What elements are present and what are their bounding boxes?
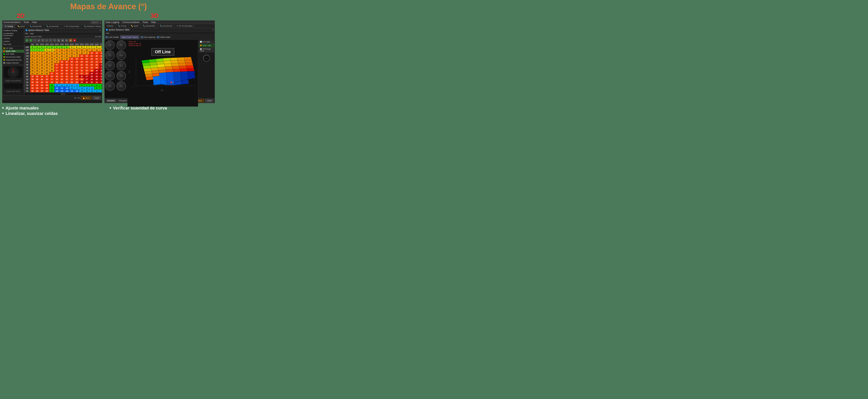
menu-comm-3d[interactable]: Communications [122,21,140,23]
sidebar-item-flex[interactable]: Flex Fuel [2,43,24,46]
menubar-2d: Communications Tools Help Search [2,21,102,24]
panel-2d-footer: ↩ ↪ 🔥 Burn Close [2,95,102,100]
toolbar-btn-r2[interactable]: ▦ [61,39,64,42]
sidebar-item-limiters[interactable]: Limiters [2,40,24,43]
tab-spark-3d[interactable]: ✏️ Spark [128,24,141,28]
follow-mode-label: Follow Mode [160,36,170,38]
tab-bar-3d: Settings 🔧 Tuning ✏️ Spark 🔧 Startup/Idl… [104,24,215,28]
svg-marker-8 [170,58,178,61]
sidebar-rpm-label: Engine Speed(RPM) [2,80,24,82]
help-label[interactable]: Help [105,32,110,34]
toolbar-btn-orange[interactable]: ▣ [69,39,72,42]
view-3d-label[interactable]: 3D View [95,36,101,37]
svg-text:18: 18 [172,82,174,83]
toolbar-btn-r1[interactable]: ▤ [57,39,60,42]
sidebar-item-spark[interactable]: Spark Table [2,50,24,53]
sidebar-item-seqtrim[interactable]: Sequential fuel trim [2,58,24,61]
menu-tools[interactable]: Tools [24,21,29,24]
black-color-theme-btn[interactable]: Black Color Theme [120,35,139,39]
menubar-3d: Data Logging Communications Tools Help [104,21,215,24]
menu-help[interactable]: Help [32,21,37,24]
color-shade-checkbox[interactable]: Color Shade [105,36,119,38]
sidebar-2d: Realtime Display Acceleration Enrichment… [2,28,24,95]
toolbar-btn-r3[interactable]: ▥ [65,39,68,42]
svg-marker-29 [172,66,180,69]
sidebar-item-secondfuel[interactable]: Second fuel Table [2,56,24,58]
close-button-2d[interactable]: Close [92,96,101,99]
tab-accessories[interactable]: 🔧 Accessories [44,24,61,28]
follow-mode-checkbox[interactable]: Follow Mode [157,36,170,38]
menu-communications[interactable]: Communications [3,21,21,24]
menu-tools-3d[interactable]: Tools [143,21,148,23]
afr-target-table-item[interactable]: 📋 AFR Target Table [199,48,214,52]
tab-spark[interactable]: ✏️ Spark [15,24,27,28]
tab-hardware-testing[interactable]: 🔧 Hardware Testing [82,24,103,28]
tab-3d-tuning[interactable]: ✕ 3D Tuning Maps [61,24,82,28]
ve-color-dot [3,48,5,49]
toolbar-btn-minus[interactable]: - [33,39,36,42]
sidebar-item-ve[interactable]: VE Table [2,47,24,50]
svg-marker-22 [171,63,179,66]
bullet-label-linealizar: Linealizar, suavizar celdas [5,111,58,116]
search-input[interactable]: Search [91,21,101,24]
menu-help-3d[interactable]: Help [151,21,156,23]
toolbar-btn-x[interactable]: ✕ [53,39,56,42]
sidebar-item-realtime[interactable]: Realtime Display [2,29,24,32]
svg-marker-17 [185,60,192,63]
spark-color-dot [3,50,5,52]
close-icon[interactable]: ✕ [99,29,101,31]
svg-marker-24 [185,63,193,66]
sidebar-gauge-rpm: 8 [3,66,23,79]
toolbar-btn-red[interactable]: ▣ [73,39,76,42]
redo-icon[interactable]: ↪ [78,96,80,99]
toolbar-btn-green1[interactable]: ● [25,39,29,42]
sidebar-item-staged[interactable]: Staged Injection [2,61,24,64]
sidebar-item-afrtable[interactable]: AFR Table [2,53,24,56]
fuel-table-item[interactable]: 📊 Fuel Table [199,40,214,44]
secondfuel-color-dot [3,56,5,58]
toolbar-btn-up[interactable]: ▲ [37,39,40,42]
toolbar-btn-dash[interactable]: — [45,39,49,42]
standard-btn[interactable]: Standard [105,99,116,102]
svg-marker-36 [173,69,180,72]
close-3d-icon[interactable]: ✕ [212,29,214,31]
right-panel-3d: 📊 Fuel Table 🔶 Spark Table 📋 AFR Target … [198,40,215,98]
tab-tuning-3d[interactable]: 🔧 Tuning [116,24,129,28]
tab-3dtuning-3d[interactable]: ✕ 3D Tuning Maps [175,24,195,28]
spark-table-item[interactable]: 🔶 Spark Table [199,44,214,47]
even-spacing-check-icon [141,36,143,38]
svg-marker-28 [165,66,173,70]
histogram-btn[interactable]: Histogram [117,99,129,102]
tab-startup-idle[interactable]: 🔧 Startup/Idle [27,24,44,28]
bullet-dot-3: • [110,105,111,110]
toolbar-btn-plus[interactable]: + [49,39,52,42]
toolbar-btn-down[interactable]: ▼ [41,39,44,42]
menu-datalogging[interactable]: Data Logging [105,21,119,23]
table-title: 🔷 Ignition Advance Table [25,29,49,31]
tab-startup-3d[interactable]: 🔧 Startup/Idle [141,24,158,28]
svg-marker-7 [163,58,170,61]
tab-accessories-3d[interactable]: 🔧 Accessories [158,24,175,28]
svg-marker-47 [153,76,161,85]
bullet-col-left: • Ajuste manuales • Linealizar, suavizar… [2,105,107,116]
sidebar-item-afr[interactable]: AFR/O2 [2,37,24,40]
svg-marker-21 [164,63,172,67]
table-area-2d: 🔷 Ignition Advance Table ✕ File View Ign… [24,28,102,95]
table-subtitle: Ignition Advance Table [25,36,42,37]
seqtrim-color-dot [3,59,5,61]
even-spacing-checkbox[interactable]: Even Spacing [141,36,155,38]
undo-icon[interactable]: ↩ [74,96,76,99]
ignition-table: 5007001000150020002500300035004000450050… [24,42,102,92]
tab-tuning[interactable]: 🔧 Tuning [2,24,15,28]
sidebar-map-label: Engine MAP (kPa) [2,90,24,92]
label-2d: 2D [17,12,25,19]
sidebar-item-accel[interactable]: Acceleration Enrichment [2,32,24,37]
close-button-3d[interactable]: Close [205,99,214,102]
tab-settings[interactable]: Settings [104,24,116,28]
toolbar-btn-green2[interactable]: ● [29,39,33,42]
rpm-axis-label: RPM [24,92,102,95]
burn-button-2d[interactable]: 🔥 Burn [81,96,91,99]
view-menu[interactable]: View [30,33,34,35]
file-menu[interactable]: File [25,33,28,35]
svg-marker-31 [186,65,194,68]
